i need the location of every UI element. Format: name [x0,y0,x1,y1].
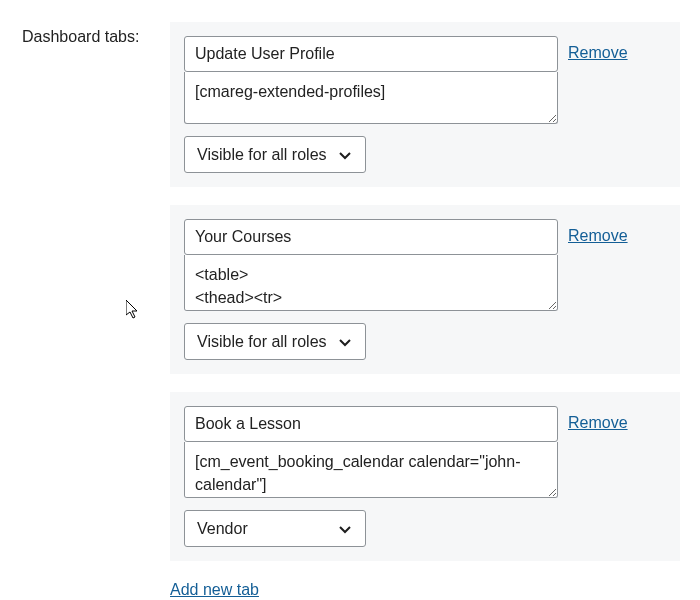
role-select-value: Vendor [197,520,248,538]
chevron-down-icon [337,521,353,537]
tab-title-input[interactable] [184,406,558,442]
role-select[interactable]: Visible for all roles [184,323,366,360]
add-new-tab-link[interactable]: Add new tab [170,581,259,599]
tab-card: RemoveVisible for all roles [170,205,680,374]
remove-link[interactable]: Remove [566,406,628,432]
tab-title-input[interactable] [184,36,558,72]
tab-title-input[interactable] [184,219,558,255]
role-select[interactable]: Visible for all roles [184,136,366,173]
chevron-down-icon [337,334,353,350]
tabs-column: RemoveVisible for all rolesRemoveVisible… [170,22,700,599]
tab-content-textarea[interactable] [184,255,558,311]
field-label: Dashboard tabs: [22,22,170,599]
chevron-down-icon [337,147,353,163]
role-select-value: Visible for all roles [197,333,327,351]
tab-card: RemoveVisible for all roles [170,22,680,187]
tab-card: RemoveVendor [170,392,680,561]
tab-content-textarea[interactable] [184,442,558,498]
role-select-value: Visible for all roles [197,146,327,164]
remove-link[interactable]: Remove [566,36,628,62]
tab-content-textarea[interactable] [184,72,558,124]
role-select[interactable]: Vendor [184,510,366,547]
remove-link[interactable]: Remove [566,219,628,245]
